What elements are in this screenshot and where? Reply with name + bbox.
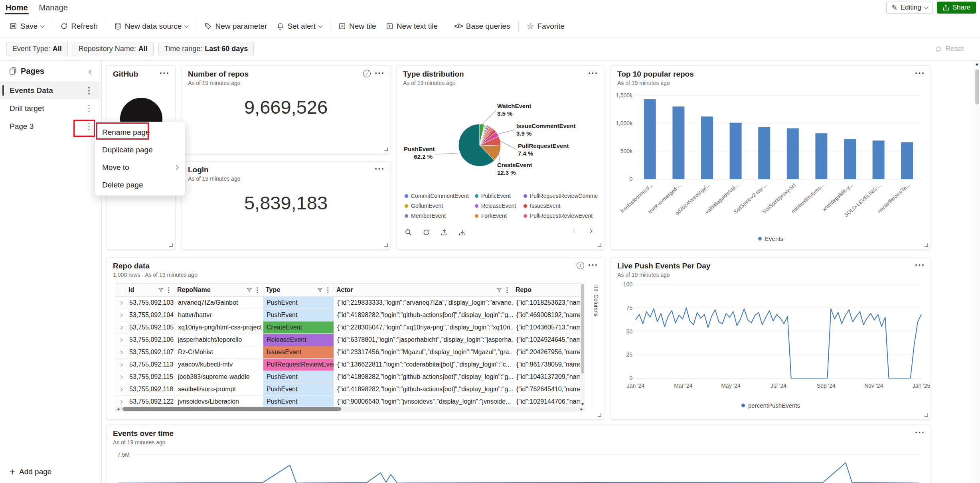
scrollbar-thumb[interactable] (581, 284, 584, 374)
column-header-Type[interactable]: Type⋮ (263, 284, 334, 296)
sidebar-item-page-3[interactable]: Page 3 ⋮ (0, 117, 101, 135)
legend-item[interactable]: PullRequestReviewEvent (524, 213, 598, 219)
scroll-down-icon[interactable]: ▼ (581, 402, 585, 406)
column-options-icon[interactable]: ⋮ (254, 286, 261, 294)
base-queries-button[interactable]: </> Base queries (450, 18, 514, 34)
tile-resize-handle[interactable] (925, 243, 928, 247)
row-expand-icon[interactable] (115, 359, 126, 371)
column-header-Id[interactable]: Id⋮ (126, 284, 175, 296)
favorite-button[interactable]: ☆ Favorite (523, 18, 569, 34)
menu-item-rename-page[interactable]: Rename page (95, 124, 185, 141)
table-row[interactable]: 53,755,092,106jasperhabicht/leporelloRel… (115, 334, 585, 346)
table-row[interactable]: 53,755,092,122jvnsoidevs/LiberacionPushE… (115, 396, 585, 406)
tile-more-icon[interactable]: ··· (588, 261, 598, 270)
scrollbar-thumb[interactable] (122, 407, 341, 411)
bar-nabilwafi/refores...[interactable] (815, 133, 827, 179)
bar-xrwi/degsiklik-y...[interactable] (844, 139, 856, 179)
row-expand-icon[interactable] (115, 297, 126, 309)
set-alert-button[interactable]: Set alert (273, 18, 326, 34)
legend-item[interactable]: MemberEvent (405, 213, 475, 219)
row-expand-icon[interactable] (115, 309, 126, 321)
row-expand-icon[interactable] (115, 371, 126, 383)
tile-type-distribution[interactable]: Type distribution As of 19 minutes ago ·… (396, 65, 604, 250)
menu-item-delete-page[interactable]: Delete page (95, 176, 185, 194)
refresh-icon[interactable] (422, 228, 431, 238)
new-data-source-button[interactable]: New data source (110, 18, 192, 34)
column-header-Repo[interactable]: Repo (513, 284, 581, 296)
tile-more-icon[interactable]: ··· (915, 69, 925, 78)
columns-side-panel[interactable]: Columns (591, 283, 601, 412)
new-text-tile-button[interactable]: New text tile (382, 18, 442, 34)
legend-item[interactable]: GollumEvent (405, 203, 475, 209)
legend-item[interactable]: IssuesEvent (524, 203, 598, 209)
tile-resize-handle[interactable] (384, 243, 388, 247)
legend-item[interactable]: PullRequestReviewCommentEvent (524, 193, 598, 199)
tile-more-icon[interactable]: ··· (915, 261, 925, 270)
filter-icon[interactable] (158, 287, 164, 293)
bar-freefastconnect/...[interactable] (644, 99, 656, 179)
bar-SoilSpirit/proxy-list[interactable] (787, 128, 799, 179)
move-up-icon[interactable] (440, 228, 449, 238)
search-icon[interactable] (404, 228, 413, 238)
column-options-icon[interactable]: ⋮ (165, 286, 172, 294)
legend-item[interactable]: ReleaseEvent (475, 203, 524, 209)
tile-more-icon[interactable]: ··· (915, 428, 925, 437)
tile-repo-data[interactable]: Repo data 1,000 rows · As of 19 minutes … (106, 257, 604, 420)
sidebar-item-events-data[interactable]: Events Data ⋮ (0, 81, 101, 99)
legend-item[interactable]: ForkEvent (475, 213, 524, 219)
add-page-button[interactable]: + Add page (10, 467, 51, 477)
tile-resize-handle[interactable] (925, 413, 928, 417)
scroll-right-icon[interactable]: ► (580, 407, 584, 411)
scroll-left-icon[interactable]: ◄ (116, 407, 120, 411)
menu-item-duplicate-page[interactable]: Duplicate page (95, 141, 185, 159)
row-expand-icon[interactable] (115, 334, 126, 346)
tile-more-icon[interactable]: ··· (375, 165, 385, 173)
tile-resize-handle[interactable] (598, 413, 601, 417)
tile-resize-handle[interactable] (169, 243, 173, 247)
legend-item[interactable]: CommitCommentEvent (405, 193, 475, 199)
info-icon[interactable]: i (363, 70, 371, 77)
new-parameter-button[interactable]: New parameter (200, 18, 271, 34)
filter-icon[interactable] (317, 287, 323, 293)
filter-event-type[interactable]: Event Type: All (6, 42, 68, 56)
previous-page-icon[interactable] (573, 229, 577, 233)
column-options-icon[interactable]: ⋮ (504, 286, 510, 294)
next-page-icon[interactable] (588, 229, 592, 233)
move-down-icon[interactable] (458, 228, 467, 238)
table-row[interactable]: 53,755,092,118sealbell/sora-promptPushEv… (115, 383, 585, 396)
bar-SoilSpirit-v2-ray-...[interactable] (758, 127, 770, 179)
tile-more-icon[interactable]: ··· (375, 69, 385, 78)
column-header-Actor[interactable]: Actor⋮ (334, 284, 513, 296)
menu-item-move-to[interactable]: Move to (95, 159, 185, 176)
table-row[interactable]: 53,755,092,113yaacov/kubectl-mtvPullRequ… (115, 359, 585, 371)
bar-nectariferous/Te...[interactable] (901, 142, 913, 179)
row-expand-icon[interactable] (115, 396, 126, 406)
table-row[interactable]: 53,755,092,105xq10riya-png/html-css-proj… (115, 321, 585, 334)
scroll-up-icon[interactable]: ▲ (975, 61, 979, 66)
info-icon[interactable]: i (577, 262, 584, 269)
tile-top-repos[interactable]: Top 10 popular repos As of 19 minutes ag… (611, 65, 931, 250)
row-expand-icon[interactable] (115, 321, 126, 333)
bar-SOLO-LEVELING-...[interactable] (873, 140, 885, 179)
tile-live-push[interactable]: Live Push Events Per Day As of 19 minute… (611, 257, 931, 420)
share-button[interactable]: Share (937, 2, 976, 14)
editing-mode-button[interactable]: ✎ Editing (886, 2, 933, 14)
tile-login[interactable]: Login As of 19 minutes ago ··· 5,839,183 (181, 161, 391, 250)
table-row[interactable]: 53,755,092,107Rz-C/MohistIssuesEvent{"id… (115, 346, 585, 359)
column-header-RepoName[interactable]: RepoName⋮ (175, 284, 263, 296)
collapse-sidebar-button[interactable] (87, 64, 95, 78)
tile-resize-handle[interactable] (598, 243, 601, 247)
bar-trunk-io/merged-...[interactable] (672, 106, 684, 179)
tile-number-of-repos[interactable]: Number of repos As of 19 minutes ago i ·… (181, 65, 391, 154)
scrollbar-thumb[interactable] (975, 69, 979, 104)
table-horizontal-scrollbar[interactable]: ◄ ► (115, 406, 585, 412)
filter-repository-name[interactable]: Repository Name: All (73, 42, 154, 56)
tab-manage[interactable]: Manage (34, 0, 73, 15)
row-expand-icon[interactable] (115, 346, 126, 358)
table-vertical-scrollbar[interactable]: ▼ (580, 283, 585, 406)
save-button[interactable]: Save (6, 18, 48, 34)
filter-time-range[interactable]: Time range: Last 60 days (158, 42, 254, 56)
refresh-button[interactable]: Refresh (56, 18, 102, 34)
table-row[interactable]: 53,755,092,103arvaneq7IZa/GainbotPushEve… (115, 297, 585, 309)
legend-item[interactable]: PublicEvent (475, 193, 524, 199)
